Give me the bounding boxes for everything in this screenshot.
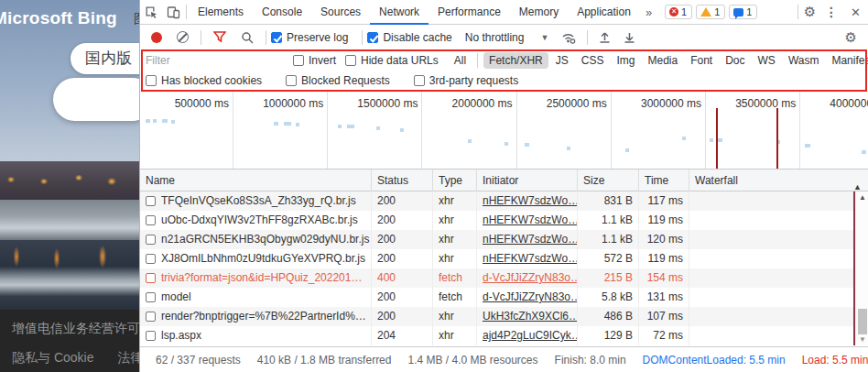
network-conditions-icon[interactable]	[561, 31, 576, 44]
footer-license-text[interactable]: 增值电信业务经营许可证	[12, 321, 139, 337]
device-toolbar-icon[interactable]	[162, 0, 184, 24]
close-devtools-icon[interactable]: ✕	[843, 5, 868, 19]
request-type: xhr	[433, 307, 477, 326]
disable-cache-checkbox[interactable]	[367, 32, 378, 43]
more-tabs-button[interactable]: »	[640, 5, 657, 19]
row-checkbox[interactable]	[146, 235, 156, 245]
filter-type-all[interactable]: All	[449, 52, 472, 69]
has-blocked-cookies-checkbox[interactable]	[146, 75, 157, 86]
request-initiator-link[interactable]: UkH3fcZhX9XCl6…	[483, 310, 578, 323]
scroll-down-icon[interactable]: ▼	[856, 335, 868, 344]
request-row[interactable]: TFQeInVQseKo8S3sA_Zh33yg_rQ.br.js200xhrn…	[140, 191, 868, 211]
filter-type-fetch-xhr[interactable]: Fetch/XHR	[483, 52, 548, 69]
clear-requests-icon[interactable]	[177, 31, 189, 43]
request-type: xhr	[433, 326, 477, 345]
tab-application[interactable]: Application	[568, 0, 640, 25]
row-checkbox[interactable]	[146, 312, 156, 322]
request-row[interactable]: lsp.aspx204xhrajd4P2gLuC9ICyk…129 B72 ms	[140, 326, 868, 345]
filter-type-js[interactable]: JS	[550, 52, 574, 69]
customize-menu-icon[interactable]: ⋮	[819, 5, 843, 19]
search-icon[interactable]	[241, 31, 254, 44]
tab-network[interactable]: Network	[370, 0, 429, 25]
error-icon: ✕	[669, 7, 678, 16]
request-name: TFQeInVQseKo8S3sA_Zh33yg_rQ.br.js	[161, 191, 356, 211]
row-checkbox[interactable]	[146, 331, 156, 341]
column-header-waterfall[interactable]: Waterfall▲	[689, 170, 868, 191]
row-checkbox[interactable]	[146, 273, 156, 283]
request-name: n21aGRCN5EKHB3qObygw029dyNU.br.js	[161, 230, 369, 249]
tab-performance[interactable]: Performance	[429, 0, 510, 25]
filter-type-manifest[interactable]: Manifest	[826, 52, 868, 69]
footer-privacy-link[interactable]: 隐私与 Cookie	[12, 350, 93, 365]
import-har-icon[interactable]	[599, 31, 611, 44]
preserve-log-checkbox[interactable]	[271, 32, 282, 43]
scroll-up-icon[interactable]: ▲	[856, 193, 868, 202]
column-header-time[interactable]: Time	[639, 170, 689, 191]
request-row[interactable]: XJ8OmILbNhm0zU9tdkuGYeXVPRQ.br.js200xhrn…	[140, 249, 868, 268]
timeline-activity-mark	[625, 148, 629, 152]
filter-type-wasm[interactable]: Wasm	[783, 52, 825, 69]
row-checkbox[interactable]	[146, 254, 156, 264]
filter-type-ws[interactable]: WS	[753, 52, 781, 69]
network-settings-gear-icon[interactable]: ⚙	[845, 29, 857, 46]
tab-memory[interactable]: Memory	[510, 0, 568, 25]
request-row[interactable]: render?bnptrigger=%7B%22PartnerId%…200xh…	[140, 307, 868, 326]
request-initiator-link[interactable]: nHEFKW7sdzWo…	[483, 252, 578, 265]
issues-count-badge[interactable]: 1	[729, 5, 757, 19]
invert-checkbox[interactable]	[293, 55, 304, 66]
search-box[interactable]	[53, 78, 139, 121]
request-initiator-link[interactable]: nHEFKW7sdzWo…	[483, 213, 578, 226]
error-count-badge[interactable]: ✕1	[665, 5, 692, 19]
filter-input[interactable]	[146, 52, 288, 68]
timeline-activity-mark	[682, 137, 686, 140]
request-row[interactable]: trivia?format=json&id=HPQuiz_202201…400f…	[140, 268, 868, 288]
hide-data-urls-checkbox[interactable]	[345, 55, 356, 66]
town-image	[0, 161, 139, 200]
vertical-scrollbar[interactable]: ▲ ▼	[855, 191, 868, 345]
column-header-size[interactable]: Size	[578, 170, 639, 191]
tab-sources[interactable]: Sources	[311, 0, 370, 25]
request-type: xhr	[433, 211, 477, 230]
third-party-requests-checkbox[interactable]	[414, 75, 425, 86]
network-overview-timeline[interactable]: 500000 ms1000000 ms1500000 ms2000000 ms2…	[140, 92, 868, 170]
request-initiator-link[interactable]: d-VcJfJiZZryN83o…	[483, 271, 578, 284]
filter-toggle-icon[interactable]	[213, 31, 226, 43]
request-row[interactable]: model200fetchd-VcJfJiZZryN83o…5.8 kB131 …	[140, 288, 868, 307]
request-initiator-link[interactable]: nHEFKW7sdzWo…	[483, 194, 578, 207]
domestic-version-button[interactable]: 国内版	[71, 43, 139, 74]
request-status: 204	[372, 326, 433, 345]
request-waterfall-cell	[689, 268, 868, 288]
request-initiator-link[interactable]: d-VcJfJiZZryN83o…	[483, 290, 578, 303]
request-row[interactable]: uObc-DdxqYIW3v2ThFF8gzRXABc.br.js200xhrn…	[140, 211, 868, 230]
throttling-dropdown[interactable]: No throttling▼	[465, 31, 549, 44]
warning-icon	[700, 7, 711, 16]
column-header-name[interactable]: Name	[140, 170, 372, 191]
export-har-icon[interactable]	[624, 31, 635, 44]
tab-console[interactable]: Console	[253, 0, 311, 25]
filter-type-doc[interactable]: Doc	[720, 52, 750, 69]
request-initiator-link[interactable]: ajd4P2gLuC9ICyk…	[483, 329, 578, 342]
request-row[interactable]: n21aGRCN5EKHB3qObygw029dyNU.br.js200xhrn…	[140, 230, 868, 249]
settings-gear-icon[interactable]: ⚙	[800, 4, 819, 20]
warning-count-badge[interactable]: 1	[696, 5, 725, 19]
row-checkbox[interactable]	[146, 292, 156, 302]
inspect-element-icon[interactable]	[140, 0, 162, 24]
footer-legal-link[interactable]: 法律声明	[117, 350, 139, 365]
filter-type-img[interactable]: Img	[611, 52, 640, 69]
row-checkbox[interactable]	[146, 196, 156, 206]
blocked-requests-checkbox[interactable]	[286, 75, 297, 86]
filter-type-media[interactable]: Media	[642, 52, 683, 69]
column-header-initiator[interactable]: Initiator	[477, 170, 578, 191]
row-checkbox[interactable]	[146, 215, 156, 225]
record-button[interactable]	[151, 32, 162, 43]
scrollbar-thumb[interactable]	[858, 309, 867, 334]
tab-elements[interactable]: Elements	[189, 0, 253, 25]
request-status: 200	[372, 288, 433, 307]
column-header-type[interactable]: Type	[433, 170, 477, 191]
filter-type-font[interactable]: Font	[685, 52, 718, 69]
filter-type-css[interactable]: CSS	[576, 52, 610, 69]
timeline-activity-mark	[505, 142, 508, 146]
request-initiator-link[interactable]: nHEFKW7sdzWo…	[483, 233, 578, 246]
request-type: xhr	[433, 191, 477, 211]
column-header-status[interactable]: Status	[372, 170, 433, 191]
